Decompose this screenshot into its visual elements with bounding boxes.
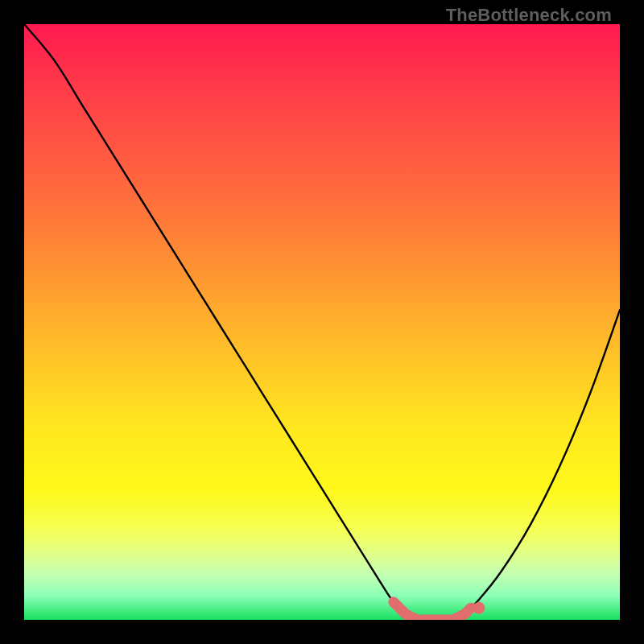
plot-area	[24, 24, 620, 620]
chart-svg	[24, 24, 620, 620]
optimal-point-dot	[473, 602, 485, 614]
bottleneck-curve	[24, 24, 620, 620]
attribution-text: TheBottleneck.com	[446, 5, 612, 26]
chart-frame: TheBottleneck.com	[0, 0, 644, 644]
optimal-range-marker	[394, 602, 471, 620]
